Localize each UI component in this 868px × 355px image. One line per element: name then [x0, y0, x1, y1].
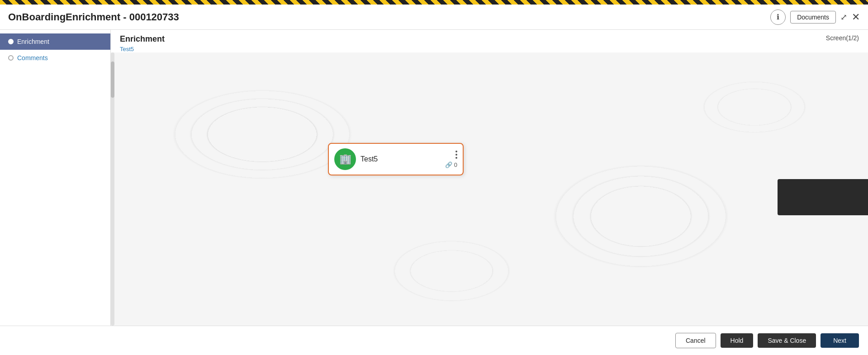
- right-panel: [778, 179, 868, 215]
- cancel-button[interactable]: Cancel: [675, 333, 716, 348]
- main-content: Enrichment Test5 Screen(1/2) ☰ ⊞ ⤢: [111, 30, 868, 326]
- link-icon: 🔗: [445, 161, 452, 168]
- modal-footer: Cancel Hold Save & Close Next: [0, 326, 868, 355]
- modal-body: Enrichment Comments Enrichment Test5 Scr…: [0, 30, 868, 326]
- comments-dot: [8, 55, 14, 61]
- documents-button[interactable]: Documents: [790, 11, 836, 24]
- link-count: 0: [454, 161, 457, 168]
- entity-icon: 🏢: [334, 148, 356, 170]
- modal-header: OnBoardingEnrichment - 000120733 ℹ Docum…: [0, 5, 868, 30]
- entity-link-count[interactable]: 🔗 0: [445, 161, 457, 168]
- warning-stripe: [0, 0, 868, 5]
- sidebar-item-comments-label: Comments: [17, 54, 48, 62]
- sidebar-item-comments[interactable]: Comments: [0, 50, 110, 66]
- screen-label: Screen(1/2): [826, 34, 859, 42]
- sidebar: Enrichment Comments: [0, 30, 111, 326]
- info-icon: ℹ: [777, 13, 779, 21]
- enrichment-dot: [8, 39, 14, 44]
- content-subtitle[interactable]: Test5: [120, 46, 165, 52]
- entity-options-menu[interactable]: [455, 151, 457, 159]
- close-button[interactable]: ✕: [852, 11, 860, 23]
- content-header: Enrichment Test5 Screen(1/2): [111, 30, 868, 52]
- canvas-scrollbar[interactable]: [111, 52, 114, 326]
- save-close-button[interactable]: Save & Close: [758, 333, 816, 348]
- close-icon: ✕: [852, 11, 860, 23]
- entity-card[interactable]: 🏢 Test5 🔗 0: [328, 143, 464, 175]
- modal-container: OnBoardingEnrichment - 000120733 ℹ Docum…: [0, 5, 868, 355]
- entity-name: Test5: [360, 155, 441, 163]
- canvas-area: 🏢 Test5 🔗 0: [111, 52, 868, 326]
- sidebar-item-enrichment[interactable]: Enrichment: [0, 33, 110, 50]
- content-title: Enrichment: [120, 34, 165, 44]
- header-actions: ℹ Documents ⤢ ✕: [770, 9, 860, 25]
- info-button[interactable]: ℹ: [770, 9, 786, 25]
- next-button[interactable]: Next: [821, 333, 859, 348]
- sidebar-item-enrichment-label: Enrichment: [17, 38, 49, 45]
- content-title-area: Enrichment Test5: [120, 34, 165, 52]
- expand-icon: ⤢: [840, 13, 847, 22]
- modal-title: OnBoardingEnrichment - 000120733: [8, 11, 179, 23]
- building-icon: 🏢: [339, 153, 351, 165]
- hold-button[interactable]: Hold: [721, 333, 754, 348]
- expand-button[interactable]: ⤢: [840, 12, 847, 22]
- canvas-scrollbar-thumb: [111, 62, 114, 98]
